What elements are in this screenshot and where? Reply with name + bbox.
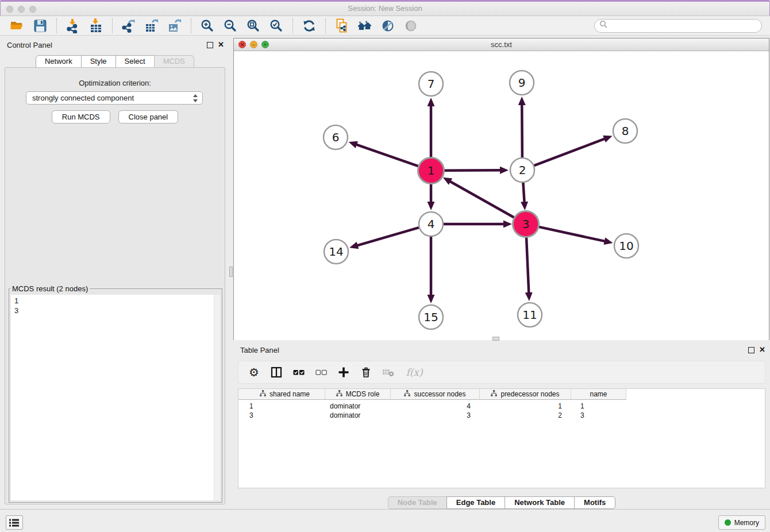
edge-3-11[interactable]: [525, 237, 533, 301]
node-1[interactable]: 1: [418, 158, 444, 184]
export-table-icon[interactable]: [144, 18, 159, 33]
node-10[interactable]: 10: [614, 234, 638, 258]
edge-1-6[interactable]: [349, 141, 419, 167]
float-panel-icon[interactable]: [207, 42, 213, 48]
node-14[interactable]: 14: [324, 240, 348, 264]
cell-predecessor-nodes[interactable]: 2: [480, 411, 571, 419]
tab-edge-table[interactable]: Edge Table: [446, 496, 505, 509]
cell-mcds-role[interactable]: dominator: [325, 411, 391, 419]
node-3[interactable]: 3: [513, 211, 539, 237]
network-window-titlebar[interactable]: ✕ − + scc.txt: [234, 38, 769, 51]
close-panel-button[interactable]: Close panel: [118, 110, 179, 124]
cell-mcds-role[interactable]: dominator: [325, 402, 391, 410]
maximize-window-icon[interactable]: [29, 6, 36, 13]
export-network-icon[interactable]: [121, 18, 136, 33]
tab-node-table[interactable]: Node Table: [388, 496, 447, 509]
edge-2-3[interactable]: [521, 183, 528, 210]
table-row[interactable]: 3dominator323: [238, 411, 765, 420]
clear-style-icon[interactable]: [380, 18, 395, 33]
cell-successor-nodes[interactable]: 3: [391, 411, 480, 419]
search-input[interactable]: [608, 20, 761, 32]
node-6[interactable]: 6: [324, 125, 348, 149]
node-15[interactable]: 15: [419, 305, 443, 329]
node-9[interactable]: 9: [510, 71, 534, 95]
import-table-icon[interactable]: [88, 18, 103, 33]
delete-column-trash-icon[interactable]: [360, 366, 372, 379]
network-close-icon[interactable]: ✕: [238, 41, 246, 48]
column-header-mcds-role[interactable]: MCDS role: [325, 389, 391, 400]
node-7[interactable]: 7: [419, 72, 443, 96]
table-settings-gear-icon[interactable]: ⚙: [248, 366, 260, 379]
node-11[interactable]: 11: [518, 303, 542, 327]
edge-4-3[interactable]: [444, 221, 512, 228]
table-row[interactable]: 1dominator411: [238, 402, 765, 411]
edge-1-7[interactable]: [428, 98, 435, 158]
cell-shared-name[interactable]: 3: [245, 411, 325, 419]
cell-name[interactable]: 3: [571, 411, 626, 419]
tab-motifs[interactable]: Motifs: [574, 496, 615, 509]
node-4[interactable]: 4: [419, 212, 443, 236]
node-table[interactable]: shared nameMCDS rolesuccessor nodesprede…: [238, 388, 765, 488]
create-column-icon[interactable]: [337, 366, 350, 379]
horizontal-splitter-grip[interactable]: [492, 337, 499, 341]
edge-3-10[interactable]: [538, 227, 613, 245]
edge-4-14[interactable]: [349, 228, 419, 249]
tab-network-table[interactable]: Network Table: [505, 496, 575, 509]
edge-1-4[interactable]: [428, 183, 435, 210]
open-session-icon[interactable]: [10, 18, 25, 33]
column-header-shared-name[interactable]: shared name: [245, 389, 325, 400]
zoom-in-icon[interactable]: [200, 18, 215, 33]
list-icon: [9, 519, 20, 527]
import-network-icon[interactable]: [66, 18, 80, 33]
unselect-all-columns-icon[interactable]: [315, 366, 328, 379]
tab-network[interactable]: Network: [36, 55, 82, 68]
clone-network-icon[interactable]: [334, 18, 349, 33]
tab-style[interactable]: Style: [81, 55, 116, 68]
run-mcds-button[interactable]: Run MCDS: [52, 110, 110, 124]
zoom-out-icon[interactable]: [223, 18, 238, 33]
criterion-select[interactable]: strongly connected component: [26, 91, 203, 105]
close-panel-icon[interactable]: ✕: [218, 41, 224, 49]
node-8[interactable]: 8: [613, 119, 637, 143]
column-header-successor-nodes[interactable]: successor nodes: [391, 389, 480, 400]
tab-mcds[interactable]: MCDS: [154, 55, 194, 68]
show-all-networks-icon[interactable]: [357, 18, 372, 33]
minimize-window-icon[interactable]: [18, 6, 25, 13]
mcds-result-text[interactable]: 1 3: [11, 295, 220, 500]
zoom-fit-icon[interactable]: [246, 18, 261, 33]
apply-layout-icon[interactable]: [302, 18, 317, 33]
edge-1-2[interactable]: [444, 167, 509, 174]
float-table-panel-icon[interactable]: [748, 347, 754, 353]
column-header-name[interactable]: name: [571, 389, 626, 400]
network-graph[interactable]: 7968124314101511: [234, 51, 769, 340]
vertical-splitter-grip[interactable]: [229, 267, 233, 277]
edge-2-8[interactable]: [534, 136, 613, 165]
edge-3-1[interactable]: [443, 178, 515, 218]
network-maximize-icon[interactable]: +: [261, 41, 269, 48]
network-canvas[interactable]: 7968124314101511: [234, 51, 769, 340]
zoom-selected-icon[interactable]: [269, 18, 284, 33]
show-columns-icon[interactable]: [270, 366, 283, 379]
save-session-icon[interactable]: [33, 18, 48, 33]
memory-button[interactable]: Memory: [718, 515, 765, 530]
close-table-panel-icon[interactable]: ✕: [759, 346, 765, 354]
cell-shared-name[interactable]: 1: [245, 402, 325, 410]
hide-graphics-details-icon[interactable]: [403, 18, 418, 33]
task-history-button[interactable]: [6, 515, 23, 530]
cell-predecessor-nodes[interactable]: 1: [480, 402, 571, 410]
edge-2-9[interactable]: [518, 97, 526, 157]
cell-name[interactable]: 1: [571, 402, 626, 410]
tab-select[interactable]: Select: [116, 55, 155, 68]
close-window-icon[interactable]: [6, 6, 13, 13]
cell-successor-nodes[interactable]: 4: [391, 402, 480, 410]
column-header-predecessor-nodes[interactable]: predecessor nodes: [480, 389, 571, 400]
search-box[interactable]: [594, 19, 762, 33]
node-2[interactable]: 2: [510, 158, 534, 182]
export-image-icon[interactable]: [167, 18, 182, 33]
network-minimize-icon[interactable]: −: [250, 41, 257, 48]
select-all-columns-icon[interactable]: [292, 366, 305, 379]
memory-status-icon: [725, 519, 731, 526]
edge-4-15[interactable]: [428, 237, 435, 303]
result-scrollbar[interactable]: [214, 295, 220, 500]
app-window-controls[interactable]: [6, 6, 36, 13]
